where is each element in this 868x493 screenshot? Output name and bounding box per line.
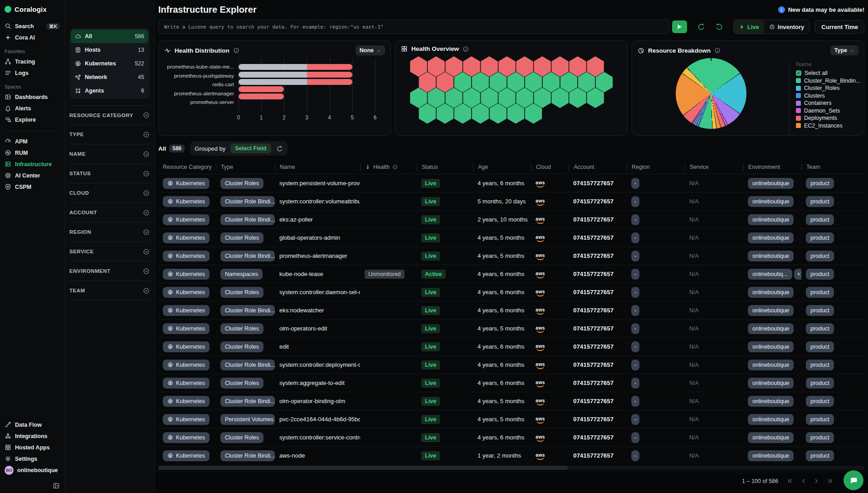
sidebar-item-infrastructure[interactable]: Infrastructure	[5, 158, 60, 170]
category-item-agents[interactable]: Agents6	[71, 84, 148, 98]
legend-item-ec2-instances[interactable]: EC2_Instances	[796, 122, 862, 130]
table-row[interactable]: KubernetesPersistent Volumespvc-2cce4164…	[158, 410, 864, 428]
bar-row	[239, 79, 375, 85]
column-header-health[interactable]: Health	[360, 163, 417, 171]
table-row[interactable]: KubernetesCluster Rolessystem:aggregate-…	[158, 374, 864, 392]
next-page-icon[interactable]	[814, 478, 819, 484]
undo-button[interactable]	[697, 23, 705, 31]
sidebar-item-settings[interactable]: Settings	[5, 453, 60, 464]
column-header-account[interactable]: Account	[569, 163, 627, 171]
legend-item-cluster-role-bindin-[interactable]: Cluster_Role_Bindin...	[796, 77, 862, 85]
last-page-icon[interactable]	[827, 478, 833, 484]
tab-all[interactable]: All 586	[158, 144, 185, 153]
sidebar-item-hosted-apps[interactable]: Hosted Apps	[5, 442, 60, 453]
table-row[interactable]: KubernetesNamespaceskube-node-leaseUnmon…	[158, 265, 864, 283]
run-query-button[interactable]	[672, 20, 687, 33]
filter-section-environment[interactable]: ENVIRONMENT	[69, 261, 150, 281]
table-row[interactable]: KubernetesCluster Rolessystem:controller…	[158, 283, 864, 301]
reset-grouping-icon[interactable]	[276, 145, 283, 152]
legend-item-clusters[interactable]: Clusters	[796, 92, 862, 100]
column-header-service[interactable]: Service	[685, 163, 743, 171]
column-header-resource-category[interactable]: Resource Category	[158, 163, 216, 171]
sidebar-item-ai-center[interactable]: AI Center	[5, 170, 60, 181]
table-row[interactable]: KubernetesCluster Role Bindi...system:co…	[158, 192, 864, 210]
column-header-status[interactable]: Status	[417, 163, 473, 171]
cell-team: product	[801, 396, 864, 407]
new-data-notice[interactable]: i New data may be available!	[778, 6, 864, 13]
scrollbar-thumb[interactable]	[158, 466, 568, 470]
sidebar-item-rum[interactable]: RUM	[5, 147, 60, 158]
sidebar-item-settings-label: Settings	[15, 456, 37, 462]
category-item-hosts[interactable]: Hosts13	[71, 43, 148, 57]
cell-environment: onlineboutique	[743, 378, 801, 389]
table-row[interactable]: KubernetesCluster Role Bindi...system:co…	[158, 355, 864, 374]
mode-live-button[interactable]: Live	[734, 20, 764, 34]
category-item-all[interactable]: All586	[71, 30, 148, 43]
legend-item-daemon-sets[interactable]: Daemon_Sets	[796, 107, 862, 115]
column-header-region[interactable]: Region	[627, 163, 685, 171]
filter-section-region[interactable]: REGION	[69, 222, 150, 242]
filter-section-cloud[interactable]: CLOUD	[69, 183, 150, 203]
info-icon[interactable]	[233, 47, 239, 54]
sidebar-item-apm[interactable]: APM	[5, 136, 60, 147]
column-header-age[interactable]: Age	[473, 163, 531, 171]
sidebar-item-integrations[interactable]: Integrations	[5, 430, 60, 442]
chat-button[interactable]	[844, 470, 863, 490]
team-pill: product	[806, 432, 834, 443]
column-header-cloud[interactable]: Cloud	[531, 163, 569, 171]
select-field-button[interactable]: Select Field	[230, 143, 271, 153]
filter-section-account[interactable]: ACCOUNT	[69, 203, 150, 222]
table-row[interactable]: KubernetesCluster Rolessystem:persistent…	[158, 174, 864, 192]
filter-section-team[interactable]: TEAM	[69, 281, 150, 301]
category-item-kubernetes[interactable]: Kubernetes522	[71, 57, 148, 70]
column-header-type[interactable]: Type	[216, 163, 275, 171]
table-row[interactable]: KubernetesCluster Rolesglobal-operators-…	[158, 228, 864, 246]
column-header-name[interactable]: Name	[275, 163, 360, 171]
sidebar-item-logs[interactable]: Logs	[5, 67, 60, 79]
filter-section-type[interactable]: TYPE	[69, 125, 150, 144]
sidebar-item-account[interactable]: BO onlineboutique	[5, 464, 60, 476]
filter-section-service[interactable]: SERVICE	[69, 242, 150, 261]
first-page-icon[interactable]	[787, 478, 793, 484]
filter-section-name[interactable]: NAME	[69, 144, 150, 164]
sidebar-item-cspm[interactable]: CSPM	[5, 181, 60, 192]
refresh-button[interactable]	[715, 23, 723, 31]
info-icon[interactable]	[463, 46, 469, 52]
legend-select-all[interactable]: ✓ Select all	[796, 69, 862, 77]
column-header-environment[interactable]: Environment	[743, 163, 801, 171]
account-value: 074157727657	[573, 380, 614, 386]
sidebar-item-data-flow[interactable]: Data Flow	[5, 419, 60, 430]
sidebar-item-dashboards[interactable]: Dashboards	[5, 91, 60, 103]
legend-item-cluster-roles[interactable]: Cluster_Roles	[796, 84, 862, 92]
search-input[interactable]	[158, 20, 669, 34]
resource-breakdown-dropdown[interactable]: Type	[830, 45, 858, 55]
legend-item-deployments[interactable]: Deployments	[796, 114, 862, 122]
filter-section-status[interactable]: STATUS	[69, 164, 150, 183]
sidebar-item-cora-ai[interactable]: Cora AI	[5, 32, 60, 43]
previous-page-icon[interactable]	[800, 478, 806, 484]
table-row[interactable]: KubernetesCluster Role Bindi...olm-opera…	[158, 392, 864, 410]
sidebar-item-explore[interactable]: Explore	[5, 114, 60, 125]
legend-item-containers[interactable]: Containers	[796, 99, 862, 107]
category-item-network[interactable]: Network45	[71, 70, 148, 84]
sidebar-item-tracing[interactable]: Tracing	[5, 56, 60, 67]
table-row[interactable]: KubernetesCluster Rolesolm-operators-edi…	[158, 319, 864, 337]
sidebar-collapse-icon[interactable]	[53, 482, 60, 489]
filter-section-resource-category[interactable]: RESOURCE CATEGORY	[69, 105, 150, 125]
table-row[interactable]: KubernetesCluster Role Bindi...prometheu…	[158, 246, 864, 265]
info-icon[interactable]	[714, 47, 721, 54]
table-row[interactable]: KubernetesCluster RoleseditLive4 years, …	[158, 337, 864, 355]
table-row[interactable]: KubernetesCluster Rolessystem:controller…	[158, 428, 864, 446]
environment-more-pill[interactable]: +1	[794, 269, 801, 280]
health-distribution-dropdown[interactable]: None	[356, 45, 385, 55]
mode-inventory-button[interactable]: Inventory	[764, 20, 809, 34]
sidebar-item-search[interactable]: Search⌘K	[5, 20, 60, 32]
table-row[interactable]: KubernetesCluster Role Bindi...eks:nodew…	[158, 301, 864, 319]
legend-swatch	[796, 116, 801, 121]
horizontal-scrollbar[interactable]	[158, 466, 864, 470]
table-row[interactable]: KubernetesCluster Role Bindi...eks:az-po…	[158, 210, 864, 228]
time-range-button[interactable]: Current Time	[815, 20, 864, 34]
table-row[interactable]: KubernetesCluster Role Bindi...aws-nodeL…	[158, 446, 864, 464]
sidebar-item-alerts[interactable]: Alerts	[5, 103, 60, 114]
column-header-team[interactable]: Team	[801, 163, 864, 171]
